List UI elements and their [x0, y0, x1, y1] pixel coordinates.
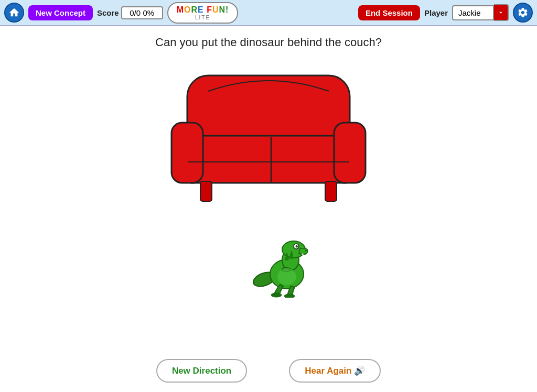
couch-image [156, 60, 381, 212]
svg-rect-2 [171, 123, 203, 183]
score-value: 0/0 0% [121, 6, 163, 19]
player-label: Player [424, 8, 448, 17]
question-text: Can you put the dinosaur behind the couc… [155, 36, 382, 49]
svg-rect-0 [187, 75, 350, 144]
more-fun-subtitle: LITE [177, 15, 229, 20]
home-icon [8, 7, 20, 18]
more-fun-title: MORE FUN! [177, 5, 229, 15]
main-content: Can you put the dinosaur behind the couc… [0, 26, 537, 392]
svg-point-13 [296, 245, 298, 248]
svg-rect-1 [187, 136, 350, 183]
couch-svg [156, 60, 381, 212]
svg-rect-7 [325, 181, 337, 201]
home-button[interactable] [4, 3, 24, 23]
new-concept-button[interactable]: New Concept [28, 5, 93, 20]
gear-icon [517, 7, 529, 18]
settings-button[interactable] [513, 3, 533, 23]
svg-rect-6 [200, 181, 212, 201]
player-dropdown-button[interactable] [494, 4, 509, 21]
dinosaur-image[interactable] [253, 230, 316, 298]
bottom-bar: New Direction Hear Again 🔊 [0, 353, 537, 392]
player-name: Jackie [452, 5, 494, 20]
svg-point-14 [297, 245, 298, 246]
scene-area [0, 49, 537, 353]
svg-point-17 [271, 293, 282, 297]
svg-point-15 [305, 250, 307, 252]
score-area: Score 0/0 0% [97, 6, 163, 19]
svg-rect-3 [334, 123, 366, 183]
dinosaur-svg [253, 230, 316, 298]
new-direction-button[interactable]: New Direction [156, 359, 247, 383]
hear-again-button[interactable]: Hear Again 🔊 [289, 359, 381, 383]
chevron-down-icon [497, 9, 504, 16]
end-session-button[interactable]: End Session [358, 5, 420, 20]
player-select-area: Jackie [452, 4, 509, 21]
svg-point-19 [277, 268, 296, 285]
header-bar: New Concept Score 0/0 0% MORE FUN! LITE … [0, 0, 537, 26]
score-label: Score [97, 8, 119, 17]
more-fun-button[interactable]: MORE FUN! LITE [167, 2, 239, 24]
svg-point-18 [284, 294, 295, 298]
